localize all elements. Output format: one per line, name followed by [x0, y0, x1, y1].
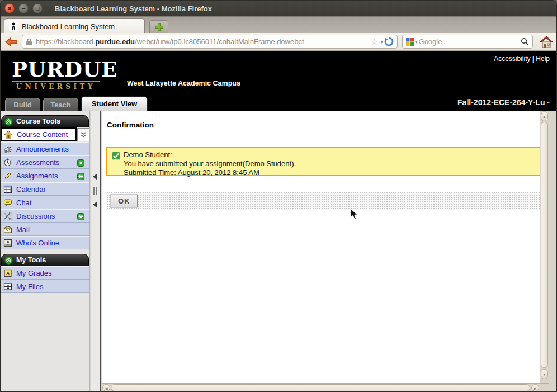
url-dropdown-icon[interactable]: ▾: [380, 39, 383, 45]
sidebar-item-label: My Grades: [16, 269, 52, 277]
section-header-course-tools[interactable]: Course Tools: [1, 115, 89, 127]
collapse-section-icon[interactable]: [4, 256, 13, 265]
firefox-window: ✕ − □ Blackboard Learning System - Mozil…: [0, 0, 557, 392]
sidebar-item-course-content[interactable]: Course Content: [1, 127, 77, 141]
action-links-button[interactable]: [77, 128, 89, 141]
home-icon: [4, 130, 13, 139]
tab-student-view[interactable]: Student View: [81, 96, 148, 111]
sidebar-item-chat[interactable]: Chat: [1, 196, 89, 209]
new-tab-button[interactable]: [149, 20, 168, 34]
purdue-logo: PURDUE UNIVERSITY: [12, 59, 100, 91]
google-icon: [406, 38, 414, 46]
bookmark-star-icon[interactable]: ☆: [371, 37, 378, 47]
maximize-icon[interactable]: □: [32, 3, 43, 13]
content-row: Course Tools Course Content: [1, 111, 557, 392]
tab-build[interactable]: Build: [5, 98, 40, 111]
link-separator: |: [532, 55, 534, 63]
sidebar-item-label: My Files: [16, 282, 43, 291]
alert-line-2: You have submitted your assignment(Demo …: [124, 159, 296, 168]
splitter-grip[interactable]: [93, 187, 97, 195]
sidebar-item-label: Course Content: [17, 130, 68, 139]
collapse-section-icon[interactable]: [4, 117, 13, 126]
svg-text:A: A: [6, 271, 10, 276]
sidebar-item-label: Chat: [16, 199, 31, 207]
help-link[interactable]: Help: [536, 55, 550, 63]
campus-title: West Lafayette Academic Campus: [127, 79, 240, 87]
sidebar-item-label: Who's Online: [16, 239, 59, 247]
browser-tab[interactable]: Blackboard Learning System: [4, 18, 145, 34]
badge-asterisk-icon: [77, 213, 84, 220]
home-button[interactable]: [539, 35, 554, 49]
sidebar-item-assessments[interactable]: Assessments: [1, 155, 89, 169]
page-viewport: Accessibility | Help PURDUE UNIVERSITY W…: [1, 51, 557, 392]
section-header-my-tools[interactable]: My Tools: [1, 254, 89, 266]
reload-icon[interactable]: [384, 37, 394, 46]
sidebar-row-course-content: Course Content: [1, 127, 89, 142]
search-icon[interactable]: [521, 37, 529, 46]
new-content-badge: [77, 172, 84, 182]
confirmation-alert: Demo Student: You have submitted your as…: [106, 147, 544, 176]
window-title: Blackboard Learning System - Mozilla Fir…: [55, 4, 212, 13]
mouse-cursor: [350, 208, 360, 220]
search-bar[interactable]: ▾: [402, 35, 533, 49]
chat-bubble-icon: [3, 199, 12, 207]
blackboard-favicon-icon: [9, 22, 18, 31]
alert-line-1: Demo Student:: [124, 150, 296, 159]
back-button[interactable]: [3, 35, 20, 49]
sidebar-item-label: Calendar: [16, 185, 46, 193]
mail-icon: [3, 225, 12, 234]
url-path: /webct/urw/tp0.lc8056011/cobaltMainFrame…: [135, 37, 304, 46]
back-arrow-icon: [4, 37, 18, 47]
sidebar-item-label: Assignments: [16, 172, 58, 180]
scroll-up-icon[interactable]: ▲: [541, 111, 548, 121]
scroll-right-icon[interactable]: ▶: [531, 384, 539, 391]
url-bar[interactable]: https://blackboard.purdue.edu/webct/urw/…: [22, 35, 398, 49]
browser-tab-title: Blackboard Learning System: [22, 22, 115, 31]
grade-icon: A: [3, 269, 12, 277]
scroll-left-icon[interactable]: ◀: [102, 384, 110, 391]
vertical-scrollbar[interactable]: ▲ ▼: [540, 111, 549, 383]
vertical-scroll-thumb[interactable]: [541, 122, 548, 368]
collapse-left-icon[interactable]: [93, 173, 97, 180]
pencil-icon: [3, 172, 12, 180]
new-content-badge: [77, 159, 84, 169]
plus-icon: [155, 23, 163, 31]
browser-tab-strip: Blackboard Learning System: [1, 16, 557, 33]
sidebar-item-assignments[interactable]: Assignments: [1, 169, 89, 182]
minimize-icon[interactable]: −: [18, 3, 29, 13]
purdue-logo-sub: UNIVERSITY: [12, 83, 100, 91]
horizontal-scrollbar[interactable]: ◀ ▶: [102, 383, 549, 392]
sidebar-item-label: Mail: [16, 225, 30, 234]
alert-line-3: Submitted Time: August 20, 2012 8:45 AM: [124, 168, 296, 177]
search-input[interactable]: [419, 37, 521, 46]
clock-icon: [3, 158, 12, 167]
url-text: https://blackboard.purdue.edu/webct/urw/…: [36, 37, 370, 46]
files-icon: [3, 282, 12, 291]
sidebar-item-announcements[interactable]: Announcements: [1, 142, 89, 155]
search-engine-dropdown-icon[interactable]: ▾: [415, 39, 418, 45]
collapse-left-icon[interactable]: [93, 201, 97, 208]
sidebar-item-my-files[interactable]: My Files: [1, 280, 89, 293]
sidebar-item-my-grades[interactable]: A My Grades: [1, 266, 89, 280]
sidebar-item-calendar[interactable]: Calendar: [1, 182, 89, 196]
scroll-down-icon[interactable]: ▼: [541, 369, 548, 379]
url-prefix: https://blackboard.: [36, 37, 95, 46]
sidebar-item-whos-online[interactable]: Who's Online: [1, 236, 89, 249]
success-check-icon: [112, 152, 120, 160]
sidebar-item-mail[interactable]: Mail: [1, 223, 89, 236]
frame-splitter[interactable]: [91, 111, 101, 392]
alert-text: Demo Student: You have submitted your as…: [124, 150, 296, 172]
sidebar-item-label: Announcements: [16, 145, 69, 153]
chevron-down-icon: [80, 131, 87, 138]
sidebar-item-label: Assessments: [16, 158, 59, 167]
horizontal-scroll-thumb[interactable]: [111, 384, 530, 391]
section-title: My Tools: [16, 256, 46, 264]
button-band: OK: [106, 192, 544, 210]
accessibility-link[interactable]: Accessibility: [494, 55, 530, 63]
discussions-icon: [3, 212, 12, 220]
ok-button[interactable]: OK: [111, 195, 138, 207]
tab-teach[interactable]: Teach: [43, 98, 78, 111]
main-content: Confirmation Demo Student: You have subm…: [102, 111, 549, 383]
sidebar-item-discussions[interactable]: Discussions: [1, 209, 89, 223]
close-icon[interactable]: ✕: [4, 3, 15, 13]
